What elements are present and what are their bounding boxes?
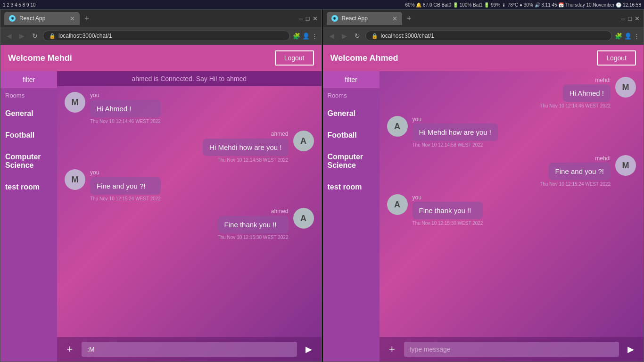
right-close-btn[interactable]: ✕ — [635, 15, 640, 22]
system-bar-right: 60% 🔔 87.0 GB Bat0 🔋 100% Bat1 🔋 99% 🌡 7… — [405, 2, 641, 8]
right-welcome-text: Welcome Ahmed — [330, 53, 398, 63]
right-room-football[interactable]: Football — [323, 124, 380, 146]
left-connection-banner: ahmed is Connected. Say Hi! to ahmed — [57, 71, 322, 86]
left-room-test[interactable]: test room — [0, 176, 57, 198]
left-message-input[interactable] — [82, 342, 297, 357]
left-app-header: Welcome Mehdi Logout — [0, 45, 322, 71]
right-avatar-m-3: M — [615, 155, 636, 176]
right-avatar-a-2: A — [387, 116, 408, 137]
right-minimize-btn[interactable]: ─ — [621, 15, 625, 22]
left-logout-btn[interactable]: Logout — [275, 50, 314, 66]
right-bubble-2: Hi Mehdi how are you ! — [413, 123, 498, 141]
left-forward-btn[interactable]: ▶ — [17, 31, 27, 41]
right-filter-btn[interactable]: filter — [323, 71, 380, 88]
left-tab-bar: ⚛ React App ✕ + ─ □ ✕ — [0, 10, 322, 27]
left-avatar-a-4: A — [293, 208, 314, 229]
left-bubble-3: Fine and you ?! — [90, 177, 161, 195]
left-tab-close[interactable]: ✕ — [70, 15, 75, 22]
right-send-btn[interactable]: ▶ — [623, 341, 639, 357]
left-active-tab[interactable]: ⚛ React App ✕ — [4, 12, 80, 25]
left-avatar-m-3: M — [65, 169, 85, 190]
left-rooms-header: Rooms — [0, 88, 57, 103]
left-extensions-icon[interactable]: 🧩 — [293, 33, 300, 40]
right-rooms-header: Rooms — [323, 88, 380, 103]
right-menu-icon[interactable]: ⋮ — [634, 33, 640, 40]
left-reload-btn[interactable]: ↻ — [30, 31, 40, 41]
right-add-btn[interactable]: + — [384, 341, 400, 357]
system-bar-left: 1 2 3 4 5 8 9 10 — [3, 2, 36, 8]
left-room-general[interactable]: General — [0, 103, 57, 124]
right-room-test[interactable]: test room — [323, 176, 380, 198]
right-browser: ⚛ React App ✕ + ─ □ ✕ ◀ ▶ ↻ 🔒 localhost:… — [322, 9, 644, 362]
right-browser-chrome: ⚛ React App ✕ + ─ □ ✕ ◀ ▶ ↻ 🔒 localhost:… — [323, 10, 644, 45]
right-forward-btn[interactable]: ▶ — [339, 31, 349, 41]
right-url: localhost:3000/chat/1 — [381, 33, 434, 39]
right-sender-1: mehdi — [595, 77, 611, 83]
left-sender-2: ahmed — [271, 131, 289, 137]
left-new-tab-btn[interactable]: + — [82, 14, 92, 24]
right-app-header: Welcome Ahmed Logout — [323, 45, 644, 71]
left-menu-icon[interactable]: ⋮ — [312, 33, 318, 40]
right-message-input[interactable] — [404, 342, 619, 357]
right-tab-bar: ⚛ React App ✕ + ─ □ ✕ — [323, 10, 644, 27]
left-welcome-label: Welcome — [8, 53, 48, 63]
left-chat-area: ahmed is Connected. Say Hi! to ahmed M y… — [57, 71, 322, 362]
right-maximize-btn[interactable]: □ — [628, 15, 632, 22]
right-room-general[interactable]: General — [323, 103, 380, 124]
left-address-bar[interactable]: 🔒 localhost:3000/chat/1 — [43, 31, 290, 41]
left-app-content: Welcome Mehdi Logout filter Rooms Genera… — [0, 45, 322, 362]
left-minimize-btn[interactable]: ─ — [298, 15, 303, 22]
left-nav-bar: ◀ ▶ ↻ 🔒 localhost:3000/chat/1 🧩 👤 ⋮ — [0, 27, 322, 45]
left-tab-title: React App — [19, 15, 45, 22]
left-nav-end-icons: 🧩 👤 ⋮ — [293, 33, 318, 40]
right-avatar-m-1: M — [615, 77, 636, 98]
system-bar-workspaces: 1 2 3 4 5 8 9 10 — [3, 2, 36, 8]
system-bar: 1 2 3 4 5 8 9 10 60% 🔔 87.0 GB Bat0 🔋 10… — [0, 0, 644, 9]
left-filter-btn[interactable]: filter — [0, 71, 57, 88]
right-msg-4: A you Fine thank you !! Thu Nov 10 12:15… — [387, 194, 636, 226]
left-tab-favicon: ⚛ — [9, 15, 16, 22]
right-extensions-icon[interactable]: 🧩 — [615, 33, 622, 40]
right-tab-close[interactable]: ✕ — [392, 15, 397, 22]
right-sidebar: filter Rooms General Football ComputerSc… — [323, 71, 380, 362]
right-msg-3: M mehdi Fine and you ?! Thu Nov 10 12:15… — [387, 155, 636, 187]
left-add-btn[interactable]: + — [62, 341, 78, 357]
right-msg-1: M mehdi Hi Ahmed ! Thu Nov 10 12:14:46 W… — [387, 77, 636, 108]
left-room-football[interactable]: Football — [0, 124, 57, 146]
left-back-btn[interactable]: ◀ — [4, 31, 14, 41]
left-msg-3: M you Fine and you ?! Thu Nov 10 12:15:2… — [65, 169, 314, 201]
left-maximize-btn[interactable]: □ — [306, 15, 310, 22]
right-profile-icon[interactable]: 👤 — [624, 33, 632, 40]
left-profile-icon[interactable]: 👤 — [302, 33, 310, 40]
right-logout-btn[interactable]: Logout — [597, 50, 636, 66]
right-sender-3: mehdi — [595, 155, 611, 162]
left-sidebar: filter Rooms General Football ComputerSc… — [0, 71, 57, 362]
right-input-bar: + ▶ — [380, 337, 644, 362]
left-time-2: Thu Nov 10 12:14:58 WEST 2022 — [218, 157, 289, 163]
right-time-4: Thu Nov 10 12:15:30 WEST 2022 — [413, 221, 483, 226]
right-lock-icon: 🔒 — [372, 33, 378, 39]
left-room-cs[interactable]: ComputerScience — [0, 146, 57, 176]
right-reload-btn[interactable]: ↻ — [352, 31, 363, 41]
right-nav-bar: ◀ ▶ ↻ 🔒 localhost:3000/chat/1 🧩 👤 ⋮ — [323, 27, 644, 45]
left-username: Mehdi — [48, 53, 72, 63]
right-room-cs[interactable]: ComputerScience — [323, 146, 380, 176]
right-active-tab[interactable]: ⚛ React App ✕ — [327, 12, 402, 25]
right-sender-2: you — [413, 116, 498, 123]
left-bubble-2: Hi Mehdi how are you ! — [203, 139, 288, 156]
left-close-btn[interactable]: ✕ — [313, 15, 318, 22]
right-back-btn[interactable]: ◀ — [327, 31, 337, 41]
left-sender-1: you — [90, 92, 99, 99]
left-msg-1: M you Hi Ahmed ! Thu Nov 10 12:14:46 WES… — [65, 92, 314, 124]
right-welcome-label: Welcome — [330, 53, 370, 63]
left-send-btn[interactable]: ▶ — [301, 341, 317, 357]
right-new-tab-btn[interactable]: + — [404, 14, 415, 24]
left-sender-3: you — [90, 169, 99, 176]
left-bubble-4: Fine thank you !! — [218, 216, 289, 233]
right-bubble-4: Fine thank you !! — [413, 202, 483, 219]
left-url: localhost:3000/chat/1 — [58, 33, 112, 39]
right-address-bar[interactable]: 🔒 localhost:3000/chat/1 — [365, 31, 612, 41]
right-time-1: Thu Nov 10 12:14:46 WEST 2022 — [540, 103, 611, 108]
left-input-bar: + ▶ — [57, 337, 322, 362]
left-main-layout: filter Rooms General Football ComputerSc… — [0, 71, 322, 362]
